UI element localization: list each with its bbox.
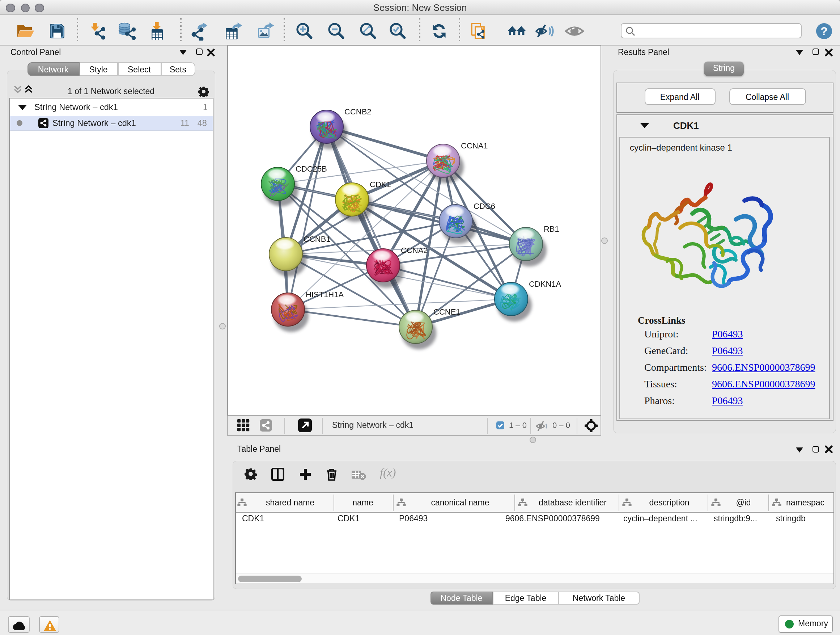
svg-text:CCNB2: CCNB2 xyxy=(344,107,371,116)
svg-text:HIST1H1A: HIST1H1A xyxy=(306,290,344,299)
svg-text:CDC6: CDC6 xyxy=(474,202,495,211)
svg-text:CCNA2: CCNA2 xyxy=(401,246,428,255)
svg-text:?: ? xyxy=(821,25,828,38)
svg-text:CDKN1A: CDKN1A xyxy=(529,279,561,288)
svg-text:CCNE1: CCNE1 xyxy=(433,307,461,317)
svg-text:CDC25B: CDC25B xyxy=(295,165,327,173)
svg-text:CCNB1: CCNB1 xyxy=(303,234,331,244)
svg-text:CDK1: CDK1 xyxy=(370,180,391,189)
svg-text:RB1: RB1 xyxy=(544,225,559,233)
svg-text:CCNA1: CCNA1 xyxy=(461,141,488,150)
